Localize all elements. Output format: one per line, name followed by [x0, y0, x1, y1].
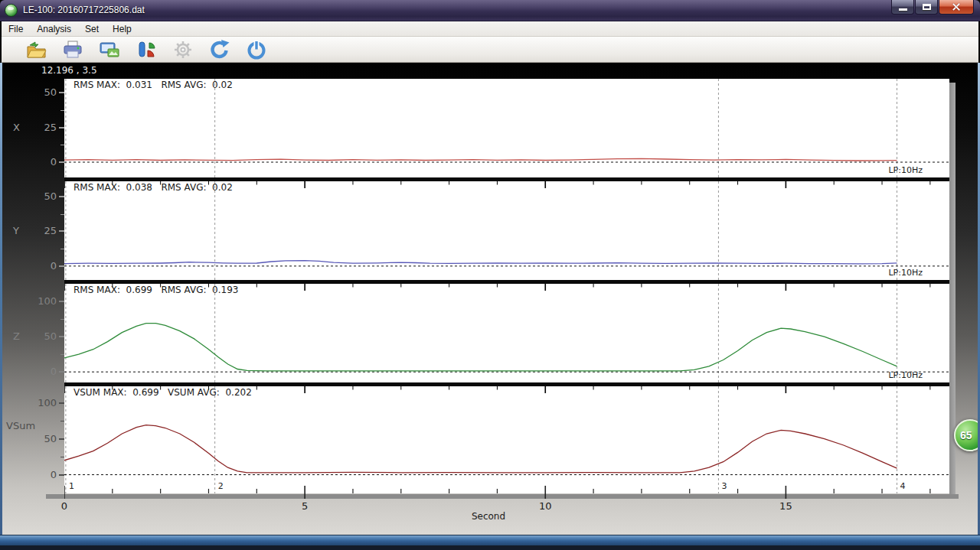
y-tick-label-y-25: 25 [3, 225, 57, 236]
filter-label-z: LP:10Hz [888, 370, 923, 380]
cursor-readout: 12.196 , 3.5 [41, 65, 97, 76]
axis-name-x: X [13, 122, 20, 133]
x-plot-svg [64, 79, 949, 177]
y-tick-x-25 [59, 127, 64, 129]
y-tick-label-x-25: 25 [3, 122, 57, 133]
export-image-button[interactable] [98, 38, 121, 61]
minimize-icon [899, 8, 907, 11]
y-minor-tick [60, 249, 64, 249]
refresh-button[interactable] [208, 38, 231, 61]
y-tick-label-z-50: 50 [3, 330, 57, 342]
y-tick-z-50 [59, 336, 64, 337]
y-tick-label-x-0: 0 [3, 156, 57, 168]
y-tick-label-x-50: 50 [3, 86, 57, 98]
z-plot-svg [64, 284, 949, 382]
app-icon [5, 4, 18, 17]
y-tick-label-y-0: 0 [3, 260, 57, 272]
y-tick-y-25 [59, 230, 64, 232]
y-minor-tick [60, 421, 64, 421]
plot-panel-z[interactable]: RMS MAX: 0.699 RMS AVG: 0.193LP:10Hz [64, 280, 949, 382]
plot-panel-y[interactable]: RMS MAX: 0.038 RMS AVG: 0.02LP:10Hz [64, 177, 949, 280]
x-tick-label-10: 10 [528, 500, 562, 512]
close-icon [952, 2, 961, 11]
y-tick-vsum-0 [59, 474, 64, 476]
menu-item-set[interactable]: Set [78, 22, 106, 36]
window-title: LE-100: 20160717225806.dat [23, 5, 145, 15]
title-bar[interactable]: LE-100: 20160717225806.dat [0, 0, 980, 21]
maximize-button[interactable] [915, 0, 938, 15]
y-minor-tick [60, 354, 64, 355]
plot-panel-x[interactable]: RMS MAX: 0.031 RMS AVG: 0.02LP:10Hz [64, 79, 949, 177]
print-button[interactable] [61, 38, 84, 61]
chart-report-button[interactable] [135, 38, 158, 61]
axis-name-z: Z [13, 330, 20, 342]
printer-icon [61, 38, 84, 61]
y-tick-label-z-100: 100 [3, 295, 57, 307]
y-minor-tick [60, 319, 64, 320]
image-icon [98, 38, 121, 61]
panel-header-x: RMS MAX: 0.031 RMS AVG: 0.02 [74, 80, 233, 90]
panel-header-y: RMS MAX: 0.038 RMS AVG: 0.02 [74, 182, 233, 193]
plot-panel-vsum[interactable]: VSUM MAX: 0.699 VSUM AVG: 0.2021234 [64, 382, 949, 493]
chart-area: 12.196 , 3.5 Second 65 RMS MAX: 0.031 RM… [0, 63, 980, 535]
panel-header-vsum: VSUM MAX: 0.699 VSUM AVG: 0.202 [74, 387, 252, 398]
maximize-icon [923, 4, 931, 10]
open-folder-icon [24, 38, 47, 61]
toolbar [2, 37, 978, 63]
taskbar-edge [0, 545, 980, 550]
open-file-button[interactable] [24, 38, 47, 61]
y-tick-label-y-50: 50 [3, 190, 57, 202]
window-border-left [0, 63, 2, 535]
panel-header-z: RMS MAX: 0.699 RMS AVG: 0.193 [74, 285, 238, 295]
minimize-button[interactable] [891, 0, 914, 15]
window-controls [890, 0, 974, 15]
power-icon [245, 38, 268, 61]
y-tick-z-100 [59, 301, 64, 302]
y-tick-y-0 [59, 265, 64, 267]
floating-badge[interactable]: 65 [954, 419, 980, 451]
chart-icon [135, 38, 158, 61]
refresh-icon [208, 38, 231, 61]
y-tick-vsum-100 [59, 402, 64, 404]
x-axis-ticks [64, 483, 956, 500]
y-tick-z-0 [59, 371, 64, 373]
y-tick-vsum-50 [59, 438, 64, 440]
power-button[interactable] [245, 38, 268, 61]
window-border-bottom [0, 535, 980, 545]
settings-gear-icon [172, 38, 194, 61]
settings-button[interactable] [172, 38, 194, 61]
app-window: LE-100: 20160717225806.dat FileAnalysisS… [0, 0, 980, 550]
x-axis-title: Second [458, 511, 519, 522]
x-tick-label-5: 5 [288, 500, 322, 512]
vsum-plot-svg [64, 386, 949, 493]
y-tick-label-vsum-50: 50 [3, 433, 57, 444]
close-button[interactable] [939, 0, 974, 15]
axis-name-y: Y [13, 225, 19, 236]
menu-item-analysis[interactable]: Analysis [30, 22, 78, 36]
y-plot-svg [64, 181, 949, 280]
filter-label-x: LP:10Hz [888, 165, 923, 175]
menu-item-file[interactable]: File [2, 22, 30, 36]
x-tick-label-0: 0 [47, 500, 81, 512]
y-minor-tick [60, 214, 64, 215]
y-tick-x-0 [59, 161, 64, 163]
x-tick-label-15: 15 [769, 500, 802, 512]
y-tick-label-vsum-0: 0 [3, 469, 57, 480]
y-minor-tick [60, 457, 64, 457]
y-tick-x-50 [59, 92, 64, 93]
filter-label-y: LP:10Hz [888, 268, 923, 278]
badge-value: 65 [960, 429, 972, 441]
y-tick-label-z-0: 0 [3, 366, 57, 377]
menu-bar: FileAnalysisSetHelp [2, 21, 978, 37]
y-minor-tick [60, 145, 64, 145]
axis-name-vsum: VSum [6, 420, 35, 431]
y-minor-tick [60, 110, 64, 111]
menu-item-help[interactable]: Help [106, 22, 139, 36]
y-tick-y-50 [59, 196, 64, 197]
y-tick-label-vsum-100: 100 [3, 397, 57, 408]
